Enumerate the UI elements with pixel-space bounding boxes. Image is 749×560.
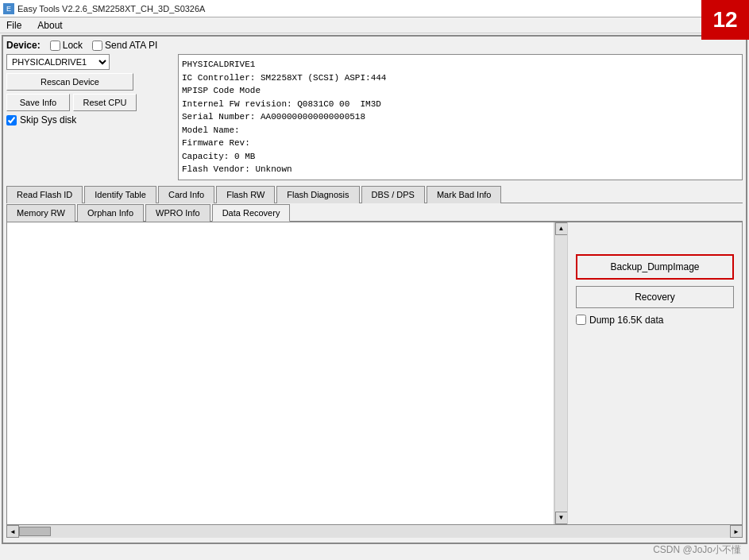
dump-16k-label: Dump 16.5K data: [589, 315, 663, 326]
tab-data-recovery[interactable]: Data Recovery: [212, 204, 291, 222]
scroll-track[interactable]: [555, 235, 568, 512]
skip-sys-disk-row: Skip Sys disk: [6, 114, 173, 126]
device-select[interactable]: PHYSICALDRIVE1: [6, 54, 110, 70]
horizontal-scrollbar[interactable]: ◄ ►: [6, 525, 743, 538]
hscroll-track[interactable]: [19, 525, 730, 538]
tab-memory-rw[interactable]: Memory RW: [6, 204, 75, 222]
app-icon: E: [3, 3, 14, 14]
tabs-row1: Read Flash ID Identify Table Card Info F…: [6, 185, 743, 203]
lock-label: Lock: [63, 40, 83, 51]
hscroll-left-button[interactable]: ◄: [6, 525, 19, 538]
tab-read-flash-id[interactable]: Read Flash ID: [6, 186, 83, 203]
content-right: Backup_DumpImage Recovery Dump 16.5K dat…: [567, 222, 742, 524]
tab-mark-bad-info[interactable]: Mark Bad Info: [427, 186, 501, 203]
content-left: [7, 222, 554, 524]
send-ata-pi-group: Send ATA PI: [92, 40, 157, 51]
menu-file[interactable]: File: [3, 20, 25, 31]
save-info-button[interactable]: Save Info: [6, 94, 70, 111]
scroll-down-button[interactable]: ▼: [555, 512, 568, 524]
title-bar-left: E Easy Tools V2.2.6_SM2258XT_CH_3D_S0326…: [3, 3, 205, 14]
badge-number: 12: [701, 0, 749, 40]
device-label: Device:: [6, 40, 41, 51]
lock-checkbox[interactable]: [50, 41, 60, 51]
reset-cpu-button[interactable]: Reset CPU: [73, 94, 137, 111]
rescan-row: Rescan Device: [6, 73, 173, 91]
skip-sys-disk-label: Skip Sys disk: [20, 114, 76, 126]
vertical-scrollbar[interactable]: ▲ ▼: [554, 222, 567, 524]
tab-flash-rw[interactable]: Flash RW: [216, 186, 275, 203]
action-row: Save Info Reset CPU: [6, 94, 173, 111]
tab-flash-diagnosis[interactable]: Flash Diagnosis: [276, 186, 359, 203]
send-ata-pi-checkbox[interactable]: [92, 41, 102, 51]
left-panel: PHYSICALDRIVE1 Rescan Device Save Info R…: [6, 54, 173, 180]
skip-sys-disk-checkbox[interactable]: [6, 115, 17, 126]
tab-dbs-dps[interactable]: DBS / DPS: [361, 186, 425, 203]
title-bar: E Easy Tools V2.2.6_SM2258XT_CH_3D_S0326…: [0, 0, 749, 17]
content-area: ▲ ▼ Backup_DumpImage Recovery Dump 16.5K…: [6, 222, 743, 525]
info-box: PHYSICALDRIVE1 IC Controller: SM2258XT (…: [178, 54, 743, 180]
dump-16k-row: Dump 16.5K data: [576, 315, 734, 326]
top-section: PHYSICALDRIVE1 Rescan Device Save Info R…: [6, 54, 743, 180]
tab-identify-table[interactable]: Identify Table: [84, 186, 156, 203]
title-text: Easy Tools V2.2.6_SM2258XT_CH_3D_S0326A: [17, 4, 205, 14]
hscroll-thumb[interactable]: [19, 527, 51, 536]
backup-dump-image-button[interactable]: Backup_DumpImage: [576, 254, 734, 280]
recovery-button[interactable]: Recovery: [576, 286, 734, 308]
watermark: CSDN @JoJo小不懂: [653, 543, 741, 557]
scroll-up-button[interactable]: ▲: [555, 222, 568, 235]
lock-checkbox-group: Lock: [50, 40, 83, 51]
rescan-device-button[interactable]: Rescan Device: [6, 73, 133, 91]
menu-about[interactable]: About: [34, 20, 65, 31]
send-ata-pi-label: Send ATA PI: [105, 40, 157, 51]
tabs-row2: Memory RW Orphan Info WPRO Info Data Rec…: [6, 203, 743, 222]
dump-16k-checkbox[interactable]: [576, 315, 586, 325]
tab-orphan-info[interactable]: Orphan Info: [77, 204, 144, 222]
tab-card-info[interactable]: Card Info: [158, 186, 214, 203]
device-section: Device: Lock Send ATA PI: [6, 40, 743, 51]
menu-bar: File About: [0, 17, 749, 33]
main-window: Device: Lock Send ATA PI PHYSICALDRIVE1 …: [2, 35, 747, 544]
tab-wpro-info[interactable]: WPRO Info: [145, 204, 210, 222]
hscroll-right-button[interactable]: ►: [730, 525, 743, 538]
